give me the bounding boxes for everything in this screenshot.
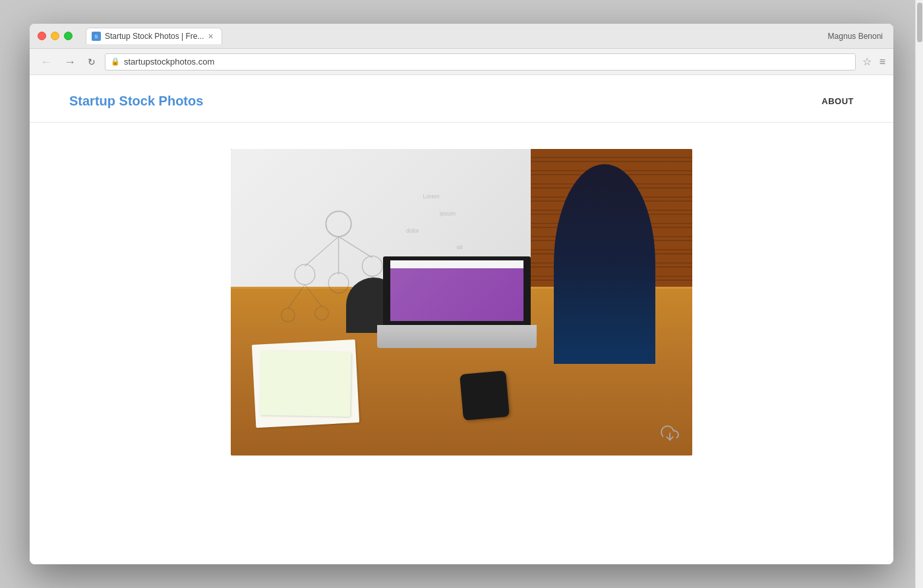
back-button[interactable]: ← (38, 55, 55, 69)
minimize-button[interactable] (51, 32, 59, 40)
active-tab[interactable]: S Startup Stock Photos | Fre... × (86, 28, 222, 44)
close-button[interactable] (38, 32, 46, 40)
laptop-screen-inner (390, 260, 523, 321)
lock-icon: 🔒 (111, 57, 120, 66)
tab-favicon: S (92, 32, 101, 41)
svg-point-11 (282, 309, 295, 322)
svg-point-0 (326, 212, 351, 237)
svg-point-4 (295, 264, 315, 285)
laptop-screen (383, 256, 531, 326)
download-button[interactable] (658, 421, 682, 445)
refresh-button[interactable]: ↻ (85, 55, 98, 69)
svg-point-6 (328, 273, 349, 293)
website-content: Startup Stock Photos ABOUT (30, 75, 893, 564)
laptop (383, 256, 531, 349)
tab-close-button[interactable]: × (208, 32, 214, 41)
svg-line-7 (288, 285, 305, 309)
menu-button[interactable]: ≡ (879, 56, 885, 68)
paper-2 (260, 351, 351, 417)
url-text: startupstockphotos.com (124, 57, 214, 67)
photo-scene: Lorem ipsum dolor sit (231, 149, 692, 456)
tab-title: Startup Stock Photos | Fre... (105, 32, 204, 41)
photo-container: Lorem ipsum dolor sit (231, 149, 692, 538)
profile-name: Magnus Benoni (828, 32, 885, 41)
site-main: Lorem ipsum dolor sit (30, 123, 893, 564)
title-bar: S Startup Stock Photos | Fre... × Magnus… (30, 24, 893, 49)
nav-about-link[interactable]: ABOUT (821, 96, 854, 106)
svg-point-12 (315, 307, 328, 320)
forward-button[interactable]: → (61, 55, 78, 69)
svg-text:dolor: dolor (406, 227, 419, 234)
svg-point-5 (362, 256, 382, 277)
svg-text:sit: sit (457, 244, 463, 250)
papers-on-table (254, 333, 383, 425)
svg-text:ipsum: ipsum (440, 210, 456, 217)
browser-window: S Startup Stock Photos | Fre... × Magnus… (30, 24, 893, 564)
traffic-lights (38, 32, 73, 40)
site-logo[interactable]: Startup Stock Photos (69, 94, 203, 109)
person-silhouette (554, 164, 655, 363)
photo-image: Lorem ipsum dolor sit (231, 149, 692, 456)
bookmark-button[interactable]: ☆ (862, 55, 872, 68)
phone-on-table (460, 371, 510, 421)
svg-text:Lorem: Lorem (423, 194, 439, 200)
url-bar[interactable]: 🔒 startupstockphotos.com (105, 53, 856, 71)
svg-line-8 (305, 285, 322, 307)
address-actions: ☆ ≡ (862, 55, 885, 68)
svg-line-1 (305, 237, 338, 266)
maximize-button[interactable] (64, 32, 73, 40)
address-bar: ← → ↻ 🔒 startupstockphotos.com ☆ ≡ (30, 49, 893, 75)
site-header: Startup Stock Photos ABOUT (30, 75, 893, 123)
tab-area: S Startup Stock Photos | Fre... × (86, 28, 828, 44)
svg-line-2 (339, 237, 372, 258)
laptop-keyboard (377, 325, 537, 348)
